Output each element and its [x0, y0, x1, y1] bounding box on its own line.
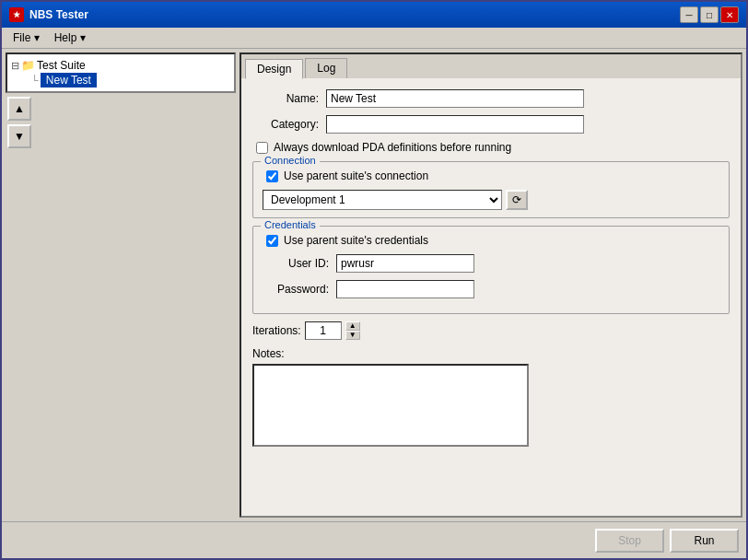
notes-label: Notes:	[252, 347, 730, 360]
credentials-group-title: Credentials	[261, 219, 320, 230]
password-input[interactable]	[336, 280, 474, 298]
app-icon: ★	[9, 7, 24, 22]
userid-input[interactable]	[336, 254, 474, 273]
run-button[interactable]: Run	[670, 529, 739, 553]
tree-collapse-icon[interactable]: ⊟	[11, 60, 19, 72]
credentials-group: Credentials Use parent suite's credentia…	[252, 226, 730, 314]
use-parent-connection-label: Use parent suite's connection	[284, 169, 428, 182]
iterations-row: Iterations: ▲ ▼	[252, 321, 730, 340]
use-parent-credentials-label: Use parent suite's credentials	[284, 234, 428, 247]
connection-dropdown[interactable]: Development 1 Development 2 Production	[263, 190, 502, 210]
use-parent-credentials-checkbox[interactable]	[266, 235, 278, 247]
password-label: Password:	[263, 283, 336, 296]
connection-group: Connection Use parent suite's connection…	[252, 161, 730, 218]
tree-child-item[interactable]: New Test	[41, 73, 97, 88]
tree-panel: ⊟ 📁 Test Suite └ New Test	[6, 52, 236, 93]
close-button[interactable]: ✕	[720, 6, 739, 23]
design-tab-content: Name: Category: Always download PDA defi…	[241, 78, 741, 516]
iterations-up-button[interactable]: ▲	[345, 321, 360, 331]
tree-root-label: Test Suite	[37, 59, 86, 72]
tab-bar: Design Log	[241, 54, 741, 78]
tree-root-item[interactable]: ⊟ 📁 Test Suite	[11, 58, 230, 73]
iterations-input[interactable]	[305, 321, 342, 340]
connection-group-title: Connection	[261, 155, 320, 166]
file-menu[interactable]: File ▾	[6, 29, 47, 46]
name-row: Name:	[252, 89, 730, 108]
window-body: ⊟ 📁 Test Suite └ New Test ▲ ▼ Design Log	[2, 49, 746, 521]
window-title: NBS Tester	[29, 8, 88, 21]
password-row: Password:	[263, 280, 719, 298]
name-label: Name:	[252, 92, 326, 105]
connection-refresh-button[interactable]: ⟳	[506, 190, 528, 210]
always-download-row: Always download PDA definitions before r…	[256, 141, 730, 154]
category-label: Category:	[252, 118, 326, 131]
iterations-spinner: ▲ ▼	[345, 321, 360, 340]
use-parent-credentials-row: Use parent suite's credentials	[266, 234, 719, 247]
userid-label: User ID:	[263, 257, 336, 270]
always-download-checkbox[interactable]	[256, 142, 268, 154]
use-parent-connection-row: Use parent suite's connection	[266, 169, 719, 182]
always-download-label: Always download PDA definitions before r…	[274, 141, 511, 154]
arrow-panel: ▲ ▼	[6, 95, 236, 150]
iterations-label: Iterations:	[252, 324, 301, 337]
userid-row: User ID:	[263, 254, 719, 273]
stop-button[interactable]: Stop	[595, 529, 664, 553]
window-controls: ─ □ ✕	[680, 6, 739, 23]
move-down-button[interactable]: ▼	[7, 124, 31, 148]
help-menu[interactable]: Help ▾	[47, 29, 93, 46]
iterations-down-button[interactable]: ▼	[345, 331, 360, 340]
menu-bar: File ▾ Help ▾	[2, 28, 746, 49]
notes-section: Notes:	[252, 347, 730, 449]
title-bar: ★ NBS Tester ─ □ ✕	[2, 2, 746, 28]
move-up-button[interactable]: ▲	[7, 97, 31, 121]
category-input[interactable]	[326, 115, 584, 134]
maximize-button[interactable]: □	[700, 6, 719, 23]
use-parent-connection-checkbox[interactable]	[266, 170, 278, 182]
name-input[interactable]	[326, 89, 584, 108]
right-panel: Design Log Name: Category: Alway	[240, 52, 742, 518]
notes-textarea[interactable]	[252, 364, 529, 447]
design-tab[interactable]: Design	[245, 59, 303, 79]
category-row: Category:	[252, 115, 730, 134]
log-tab[interactable]: Log	[305, 58, 347, 78]
folder-icon: 📁	[21, 59, 35, 72]
tree-line: └	[31, 75, 39, 86]
bottom-bar: Stop Run	[2, 521, 746, 558]
minimize-button[interactable]: ─	[680, 6, 698, 23]
connection-dropdown-row: Development 1 Development 2 Production ⟳	[263, 190, 719, 210]
